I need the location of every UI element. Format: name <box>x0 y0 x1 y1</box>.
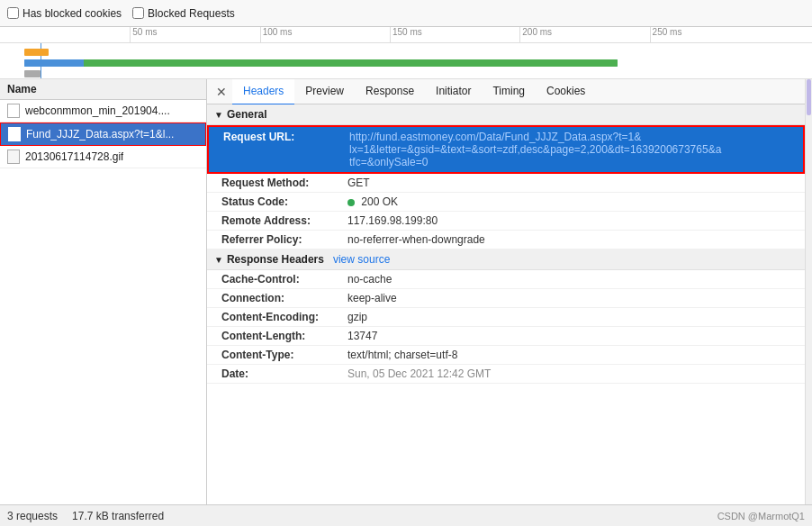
right-panel: ✕ Headers Preview Response Initiator Tim… <box>207 79 805 504</box>
bottom-bar: 3 requests 17.7 kB transferred CSDN @Mar… <box>0 504 812 526</box>
content-encoding-label: Content-Encoding: <box>221 311 347 323</box>
content-encoding-value: gzip <box>347 311 367 323</box>
scrollbar-thumb[interactable] <box>807 79 811 115</box>
cache-control-value: no-cache <box>347 273 392 286</box>
blocked-requests-text: Blocked Requests <box>148 7 235 20</box>
referrer-policy-label: Referrer Policy: <box>221 233 347 246</box>
view-source-link[interactable]: view source <box>333 253 390 266</box>
response-headers-section-header: ▼ Response Headers view source <box>207 249 805 270</box>
file-name-1: webconmmon_min_201904.... <box>25 104 170 117</box>
left-panel-header: Name <box>0 79 206 100</box>
timeline-bar-3 <box>24 70 41 77</box>
scrollbar[interactable] <box>805 79 812 504</box>
request-method-value: GET <box>347 177 370 189</box>
tick-100ms: 100 ms <box>260 27 293 42</box>
content-type-label: Content-Type: <box>221 349 347 361</box>
request-url-label: Request URL: <box>223 131 349 143</box>
watermark: CSDN @MarmotQ1 <box>717 511 805 521</box>
status-code-label: Status Code: <box>221 195 347 208</box>
tick-250ms: 250 ms <box>650 27 682 42</box>
content-length-value: 13747 <box>347 330 377 342</box>
content-panel: ▼ General Request URL: http://fund.eastm… <box>207 104 805 504</box>
general-triangle-icon: ▼ <box>214 110 223 120</box>
request-url-value: http://fund.eastmoney.com/Data/Fund_JJJZ… <box>349 131 721 168</box>
connection-row: Connection: keep-alive <box>207 289 805 308</box>
file-item-2[interactable]: Fund_JJJZ_Data.aspx?t=1&l... <box>0 122 206 146</box>
blocked-requests-checkbox[interactable] <box>132 7 144 19</box>
timeline-rows <box>0 43 812 79</box>
referrer-policy-row: Referrer Policy: no-referrer-when-downgr… <box>207 231 805 249</box>
tab-initiator[interactable]: Initiator <box>425 79 482 105</box>
top-bar: Has blocked cookies Blocked Requests <box>0 0 812 27</box>
response-triangle-icon: ▼ <box>214 255 223 265</box>
timeline-area: 50 ms 100 ms 150 ms 200 ms 250 ms <box>0 27 812 79</box>
content-type-value: text/html; charset=utf-8 <box>347 349 457 361</box>
file-icon-1 <box>7 104 20 118</box>
blocked-requests-label[interactable]: Blocked Requests <box>132 7 235 20</box>
file-name-2: Fund_JJJZ_Data.aspx?t=1&l... <box>26 128 174 141</box>
content-type-row: Content-Type: text/html; charset=utf-8 <box>207 346 805 365</box>
connection-value: keep-alive <box>347 292 397 304</box>
status-dot-icon <box>347 199 355 206</box>
date-value: Sun, 05 Dec 2021 12:42 GMT <box>347 367 491 380</box>
date-label: Date: <box>221 367 347 380</box>
cache-control-label: Cache-Control: <box>221 273 347 286</box>
tab-response[interactable]: Response <box>355 79 425 105</box>
remote-address-value: 117.169.98.199:80 <box>347 214 438 227</box>
response-headers-label: Response Headers <box>227 253 324 266</box>
date-row: Date: Sun, 05 Dec 2021 12:42 GMT <box>207 365 805 384</box>
content-length-label: Content-Length: <box>221 330 347 342</box>
file-icon-2 <box>8 127 21 141</box>
main-area: Name webconmmon_min_201904.... Fund_JJJZ… <box>0 79 812 504</box>
left-panel: Name webconmmon_min_201904.... Fund_JJJZ… <box>0 79 207 504</box>
file-item-1[interactable]: webconmmon_min_201904.... <box>0 100 206 122</box>
remote-address-row: Remote Address: 117.169.98.199:80 <box>207 212 805 231</box>
status-code-value: 200 OK <box>347 195 398 208</box>
timeline-bar-1 <box>24 49 49 56</box>
tick-50ms: 50 ms <box>130 27 157 42</box>
tab-timing[interactable]: Timing <box>482 79 536 105</box>
tick-200ms: 200 ms <box>519 27 552 42</box>
connection-label: Connection: <box>221 292 347 304</box>
request-count: 3 requests <box>7 510 58 522</box>
general-section-header: ▼ General <box>207 104 805 125</box>
request-method-row: Request Method: GET <box>207 174 805 193</box>
tick-150ms: 150 ms <box>390 27 422 42</box>
has-blocked-cookies-label[interactable]: Has blocked cookies <box>7 7 122 20</box>
tab-headers[interactable]: Headers <box>232 79 294 105</box>
timeline-ruler: 50 ms 100 ms 150 ms 200 ms 250 ms <box>0 27 812 43</box>
file-icon-3 <box>7 150 20 164</box>
file-name-3: 20130617114728.gif <box>25 150 123 163</box>
general-header-label: General <box>227 108 267 121</box>
request-method-label: Request Method: <box>221 177 347 189</box>
file-item-3[interactable]: 20130617114728.gif <box>0 146 206 168</box>
content-encoding-row: Content-Encoding: gzip <box>207 308 805 327</box>
has-blocked-cookies-checkbox[interactable] <box>7 7 19 19</box>
tab-preview[interactable]: Preview <box>294 79 355 105</box>
request-url-row: Request URL: http://fund.eastmoney.com/D… <box>207 125 805 174</box>
tab-cookies[interactable]: Cookies <box>536 79 596 105</box>
remote-address-label: Remote Address: <box>221 214 347 227</box>
cache-control-row: Cache-Control: no-cache <box>207 270 805 289</box>
tab-close-button[interactable]: ✕ <box>211 79 232 104</box>
referrer-policy-value: no-referrer-when-downgrade <box>347 233 485 246</box>
has-blocked-cookies-text: Has blocked cookies <box>23 7 122 20</box>
content-length-row: Content-Length: 13747 <box>207 327 805 346</box>
status-code-row: Status Code: 200 OK <box>207 193 805 212</box>
timeline-bar-2 <box>24 59 617 67</box>
transferred-size: 17.7 kB transferred <box>72 510 164 522</box>
tabs-bar: ✕ Headers Preview Response Initiator Tim… <box>207 79 805 104</box>
